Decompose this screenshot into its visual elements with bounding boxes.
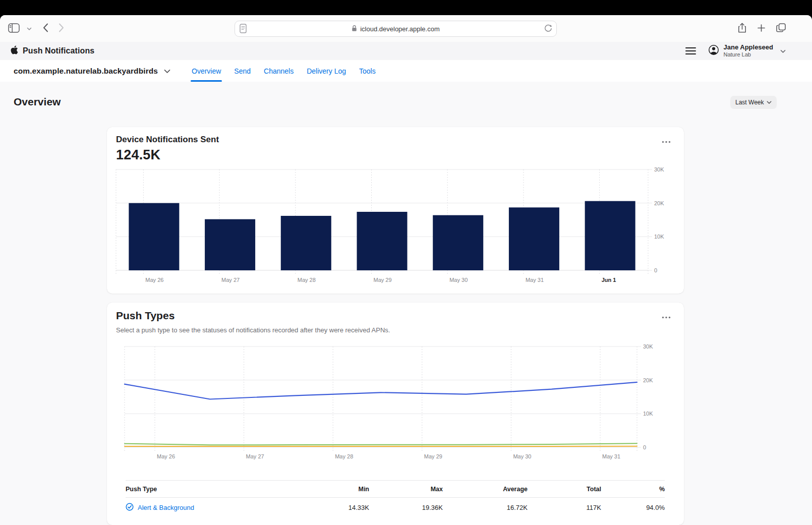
bar-jun-1[interactable]: [585, 201, 635, 270]
reload-button[interactable]: [544, 24, 552, 35]
back-icon: [43, 23, 48, 34]
x-axis-label: May 31: [602, 453, 620, 459]
x-axis-label: May 26: [145, 277, 163, 283]
bar-may-26[interactable]: [129, 203, 179, 270]
x-axis-label: May 29: [424, 453, 442, 459]
sidebar-toggle-button[interactable]: [8, 23, 20, 34]
table-header-row: Push TypeMinMaxAverageTotal%: [126, 480, 665, 498]
app-title: Push Notifications: [23, 46, 94, 55]
push-types-card: Push Types Select a push type to see the…: [107, 303, 684, 525]
sidebar-menu-button[interactable]: [27, 25, 32, 32]
tab-bar: OverviewSendChannelsDelivery LogTools: [192, 60, 376, 82]
device-notifications-bar-chart: 010K20K30KMay 26May 27May 28May 29May 30…: [107, 127, 684, 294]
table-cell: 14.33K: [296, 504, 369, 511]
x-axis-label: May 28: [335, 453, 353, 459]
x-axis-label: May 28: [298, 277, 316, 283]
back-button[interactable]: [43, 23, 48, 34]
avatar: [708, 44, 719, 57]
y-axis-label: 10K: [654, 234, 664, 240]
push-type-link[interactable]: Alert & Background: [138, 504, 194, 511]
date-range-button[interactable]: Last Week: [730, 96, 777, 109]
x-axis-label: May 29: [374, 277, 392, 283]
menu-button[interactable]: [685, 47, 696, 54]
apple-logo-icon: [10, 45, 19, 57]
push-types-table: Push TypeMinMaxAverageTotal%Alert & Back…: [126, 480, 665, 517]
bar-may-29[interactable]: [357, 212, 408, 270]
reload-icon: [544, 24, 552, 35]
new-tab-button[interactable]: [758, 24, 765, 33]
column-header-total: Total: [528, 486, 601, 493]
app-header: Push Notifications Jane Appleseed Nature…: [0, 42, 812, 60]
push-types-line-chart: 010K20K30KMay 26May 27May 28May 29May 30…: [107, 303, 684, 469]
table-cell: 19.36K: [369, 504, 443, 511]
device-notifications-card: Device Notifications Sent 124.5K 010K20K…: [107, 127, 684, 294]
x-axis-label: May 27: [221, 277, 240, 283]
user-org: Nature Lab: [723, 51, 773, 58]
share-icon: [738, 23, 746, 35]
new-tab-icon: [758, 24, 765, 33]
user-menu[interactable]: Jane Appleseed Nature Lab: [708, 44, 786, 58]
table-cell: 94.0%: [601, 504, 665, 511]
column-header-max: Max: [369, 486, 443, 493]
line-series-alert-background[interactable]: [125, 382, 637, 399]
y-axis-label: 0: [643, 444, 646, 450]
tab-send[interactable]: Send: [234, 60, 251, 82]
tab-overview-button[interactable]: [776, 23, 786, 34]
share-button[interactable]: [738, 23, 746, 35]
tab-delivery-log[interactable]: Delivery Log: [307, 60, 346, 82]
column-header-min: Min: [296, 486, 369, 493]
y-axis-label: 20K: [643, 377, 653, 383]
y-axis-label: 30K: [643, 343, 653, 349]
forward-button[interactable]: [59, 23, 64, 34]
y-axis-label: 30K: [654, 166, 664, 172]
table-cell: 16.72K: [443, 504, 528, 511]
address-bar[interactable]: icloud.developer.apple.com: [235, 21, 557, 37]
user-name: Jane Appleseed: [723, 44, 773, 51]
bundle-selector[interactable]: com.example.naturelab.backyardbirds: [14, 60, 170, 82]
browser-toolbar: icloud.developer.apple.com: [0, 15, 812, 42]
address-text: icloud.developer.apple.com: [360, 25, 440, 33]
checkmark-circle-icon: [126, 503, 134, 512]
table-row: Alert & Background14.33K19.36K16.72K117K…: [126, 498, 665, 517]
x-axis-label: May 26: [157, 453, 175, 459]
lock-icon: [352, 25, 357, 33]
screen: icloud.developer.apple.com: [0, 0, 812, 525]
tab-overview[interactable]: Overview: [192, 60, 221, 82]
bar-may-28[interactable]: [281, 216, 331, 270]
y-axis-label: 0: [654, 267, 657, 273]
chevron-down-icon: [164, 67, 170, 76]
bundle-id: com.example.naturelab.backyardbirds: [14, 67, 158, 76]
x-axis-label: May 30: [513, 453, 531, 459]
reader-icon[interactable]: [240, 24, 247, 35]
chevron-down-icon: [27, 25, 32, 32]
column-header--: %: [601, 486, 665, 493]
table-cell: 117K: [528, 504, 601, 511]
bar-may-27[interactable]: [205, 219, 255, 270]
chevron-down-icon: [767, 99, 772, 106]
x-axis-label: Jun 1: [602, 277, 616, 283]
x-axis-label: May 31: [526, 277, 544, 283]
x-axis-label: May 27: [246, 453, 264, 459]
column-header-push-type: Push Type: [126, 486, 296, 493]
column-header-average: Average: [443, 486, 528, 493]
tab-overview-icon: [776, 23, 786, 34]
safari-window: icloud.developer.apple.com: [0, 15, 812, 525]
hamburger-menu-icon: [685, 47, 696, 54]
bar-may-30[interactable]: [433, 215, 483, 270]
x-axis-label: May 30: [449, 277, 468, 283]
sidebar-icon: [8, 23, 20, 34]
line-series-1[interactable]: [125, 443, 637, 445]
app-nav: com.example.naturelab.backyardbirds Over…: [0, 60, 812, 82]
bar-may-31[interactable]: [509, 207, 559, 270]
forward-icon: [59, 23, 64, 34]
tab-tools[interactable]: Tools: [359, 60, 376, 82]
page-title: Overview: [14, 96, 61, 108]
date-range-label: Last Week: [735, 99, 764, 106]
chevron-down-icon: [780, 46, 786, 55]
y-axis-label: 10K: [643, 411, 653, 417]
y-axis-label: 20K: [654, 200, 664, 206]
tab-channels[interactable]: Channels: [264, 60, 294, 82]
